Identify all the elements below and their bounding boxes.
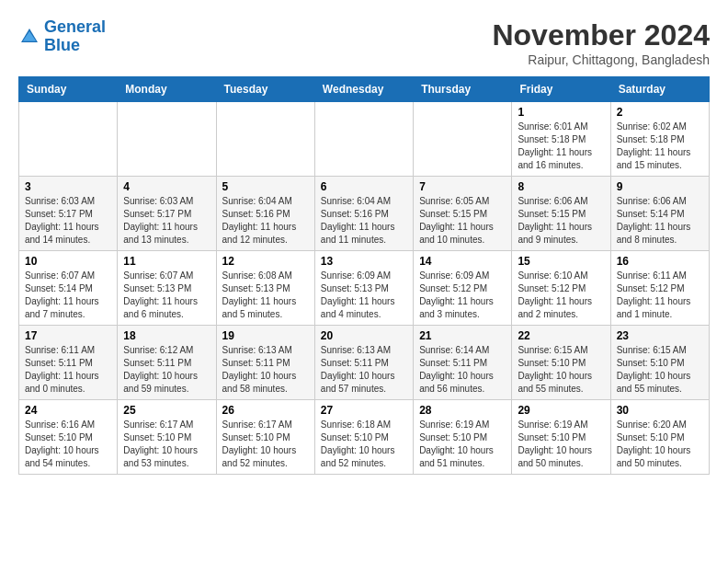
calendar-cell: 19Sunrise: 6:13 AM Sunset: 5:11 PM Dayli… [216,326,314,400]
day-info: Sunrise: 6:19 AM Sunset: 5:10 PM Dayligh… [419,419,506,470]
day-number: 8 [518,180,604,193]
day-info: Sunrise: 6:11 AM Sunset: 5:12 PM Dayligh… [617,270,703,321]
day-info: Sunrise: 6:06 AM Sunset: 5:15 PM Dayligh… [518,195,604,247]
day-info: Sunrise: 6:10 AM Sunset: 5:12 PM Dayligh… [518,270,604,321]
day-number: 6 [321,180,407,193]
logo: General Blue [18,18,106,55]
calendar-cell: 26Sunrise: 6:17 AM Sunset: 5:10 PM Dayli… [216,400,314,475]
calendar-cell: 16Sunrise: 6:11 AM Sunset: 5:12 PM Dayli… [610,251,709,326]
day-info: Sunrise: 6:18 AM Sunset: 5:10 PM Dayligh… [321,419,407,470]
day-number: 27 [321,404,407,417]
day-number: 16 [617,255,703,268]
day-info: Sunrise: 6:12 AM Sunset: 5:11 PM Dayligh… [123,344,210,396]
month-title: November 2024 [492,18,710,52]
calendar-cell: 22Sunrise: 6:15 AM Sunset: 5:10 PM Dayli… [512,326,610,400]
calendar-cell: 20Sunrise: 6:13 AM Sunset: 5:11 PM Dayli… [314,326,413,400]
day-number: 11 [123,255,210,268]
calendar-cell: 29Sunrise: 6:19 AM Sunset: 5:10 PM Dayli… [512,400,610,475]
logo-line2: Blue [44,36,80,54]
calendar-week-row: 17Sunrise: 6:11 AM Sunset: 5:11 PM Dayli… [19,326,710,400]
day-info: Sunrise: 6:08 AM Sunset: 5:13 PM Dayligh… [222,270,309,321]
day-number: 14 [419,255,506,268]
day-number: 12 [222,255,309,268]
calendar-cell: 18Sunrise: 6:12 AM Sunset: 5:11 PM Dayli… [118,326,216,400]
day-number: 10 [25,255,111,268]
calendar-cell: 9Sunrise: 6:06 AM Sunset: 5:14 PM Daylig… [610,177,709,251]
calendar-cell: 25Sunrise: 6:17 AM Sunset: 5:10 PM Dayli… [118,400,216,475]
calendar-cell: 4Sunrise: 6:03 AM Sunset: 5:17 PM Daylig… [118,177,216,251]
day-info: Sunrise: 6:02 AM Sunset: 5:18 PM Dayligh… [617,121,703,172]
weekday-header-tuesday: Tuesday [216,77,314,102]
day-info: Sunrise: 6:17 AM Sunset: 5:10 PM Dayligh… [123,419,210,470]
day-info: Sunrise: 6:15 AM Sunset: 5:10 PM Dayligh… [518,344,604,396]
calendar-cell: 3Sunrise: 6:03 AM Sunset: 5:17 PM Daylig… [19,177,118,251]
day-number: 30 [617,404,703,417]
day-info: Sunrise: 6:07 AM Sunset: 5:13 PM Dayligh… [123,270,210,321]
logo-text: General Blue [44,18,106,55]
calendar-cell: 24Sunrise: 6:16 AM Sunset: 5:10 PM Dayli… [19,400,118,475]
day-number: 29 [518,404,604,417]
day-info: Sunrise: 6:03 AM Sunset: 5:17 PM Dayligh… [25,195,111,247]
calendar-cell [118,102,216,177]
day-info: Sunrise: 6:04 AM Sunset: 5:16 PM Dayligh… [222,195,309,247]
calendar-cell [414,102,512,177]
logo-icon [18,26,40,48]
location-subtitle: Raipur, Chittagong, Bangladesh [492,52,710,67]
calendar-cell: 8Sunrise: 6:06 AM Sunset: 5:15 PM Daylig… [512,177,610,251]
day-info: Sunrise: 6:14 AM Sunset: 5:11 PM Dayligh… [419,344,506,396]
calendar-cell: 7Sunrise: 6:05 AM Sunset: 5:15 PM Daylig… [414,177,512,251]
calendar-cell: 14Sunrise: 6:09 AM Sunset: 5:12 PM Dayli… [414,251,512,326]
day-number: 21 [419,329,506,342]
day-info: Sunrise: 6:06 AM Sunset: 5:14 PM Dayligh… [617,195,703,247]
day-info: Sunrise: 6:09 AM Sunset: 5:12 PM Dayligh… [419,270,506,321]
calendar-cell: 17Sunrise: 6:11 AM Sunset: 5:11 PM Dayli… [19,326,118,400]
day-number: 17 [25,329,111,342]
calendar-cell [19,102,118,177]
day-number: 13 [321,255,407,268]
day-info: Sunrise: 6:17 AM Sunset: 5:10 PM Dayligh… [222,419,309,470]
day-number: 24 [25,404,111,417]
day-number: 9 [617,180,703,193]
day-info: Sunrise: 6:09 AM Sunset: 5:13 PM Dayligh… [321,270,407,321]
logo-line1: General [44,17,106,36]
calendar-cell: 2Sunrise: 6:02 AM Sunset: 5:18 PM Daylig… [610,102,709,177]
day-number: 15 [518,255,604,268]
calendar-week-row: 24Sunrise: 6:16 AM Sunset: 5:10 PM Dayli… [19,400,710,475]
calendar-cell: 27Sunrise: 6:18 AM Sunset: 5:10 PM Dayli… [314,400,413,475]
calendar-cell: 11Sunrise: 6:07 AM Sunset: 5:13 PM Dayli… [118,251,216,326]
calendar-cell [314,102,413,177]
day-number: 28 [419,404,506,417]
day-info: Sunrise: 6:01 AM Sunset: 5:18 PM Dayligh… [518,121,604,172]
day-info: Sunrise: 6:13 AM Sunset: 5:11 PM Dayligh… [222,344,309,396]
calendar-body: 1Sunrise: 6:01 AM Sunset: 5:18 PM Daylig… [19,102,710,475]
day-number: 3 [25,180,111,193]
page-header: General Blue November 2024 Raipur, Chitt… [18,18,710,67]
calendar-table: SundayMondayTuesdayWednesdayThursdayFrid… [18,76,710,475]
calendar-week-row: 10Sunrise: 6:07 AM Sunset: 5:14 PM Dayli… [19,251,710,326]
day-info: Sunrise: 6:19 AM Sunset: 5:10 PM Dayligh… [518,419,604,470]
day-info: Sunrise: 6:05 AM Sunset: 5:15 PM Dayligh… [419,195,506,247]
calendar-cell: 6Sunrise: 6:04 AM Sunset: 5:16 PM Daylig… [314,177,413,251]
day-info: Sunrise: 6:03 AM Sunset: 5:17 PM Dayligh… [123,195,210,247]
calendar-cell: 1Sunrise: 6:01 AM Sunset: 5:18 PM Daylig… [512,102,610,177]
calendar-week-row: 3Sunrise: 6:03 AM Sunset: 5:17 PM Daylig… [19,177,710,251]
title-block: November 2024 Raipur, Chittagong, Bangla… [492,18,710,67]
weekday-header-wednesday: Wednesday [314,77,413,102]
calendar-cell: 23Sunrise: 6:15 AM Sunset: 5:10 PM Dayli… [610,326,709,400]
day-number: 2 [617,106,703,119]
day-info: Sunrise: 6:16 AM Sunset: 5:10 PM Dayligh… [25,419,111,470]
weekday-header-saturday: Saturday [610,77,709,102]
calendar-header: SundayMondayTuesdayWednesdayThursdayFrid… [19,77,710,102]
calendar-cell: 12Sunrise: 6:08 AM Sunset: 5:13 PM Dayli… [216,251,314,326]
calendar-cell: 13Sunrise: 6:09 AM Sunset: 5:13 PM Dayli… [314,251,413,326]
day-number: 1 [518,106,604,119]
calendar-cell: 30Sunrise: 6:20 AM Sunset: 5:10 PM Dayli… [610,400,709,475]
day-number: 20 [321,329,407,342]
calendar-cell [216,102,314,177]
day-number: 5 [222,180,309,193]
calendar-week-row: 1Sunrise: 6:01 AM Sunset: 5:18 PM Daylig… [19,102,710,177]
day-number: 18 [123,329,210,342]
day-info: Sunrise: 6:04 AM Sunset: 5:16 PM Dayligh… [321,195,407,247]
weekday-header-sunday: Sunday [19,77,118,102]
calendar-cell: 21Sunrise: 6:14 AM Sunset: 5:11 PM Dayli… [414,326,512,400]
